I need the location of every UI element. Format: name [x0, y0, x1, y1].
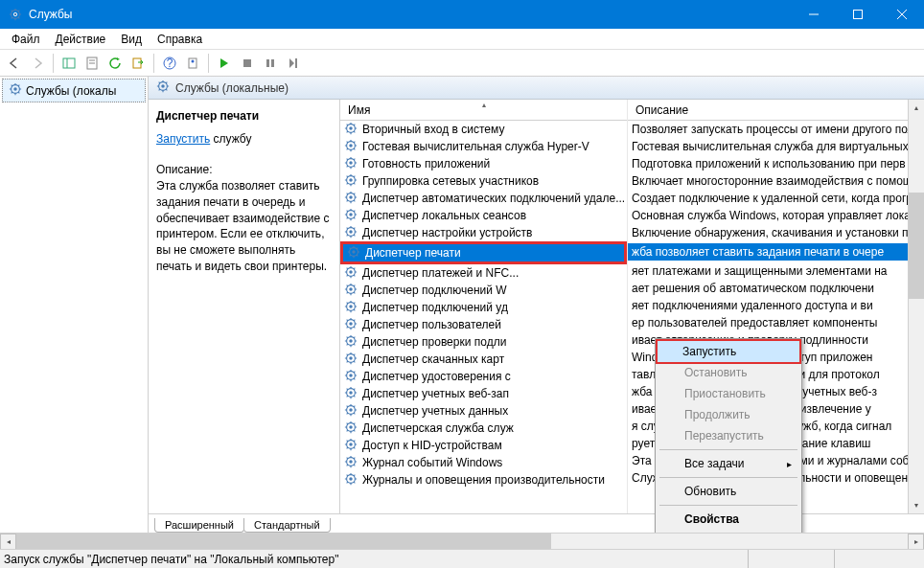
service-desc-row[interactable]: Позволяет запускать процессы от имени др… — [628, 121, 908, 138]
properties-button[interactable] — [81, 53, 103, 74]
gear-icon — [344, 438, 359, 453]
service-name: Диспетчер пользователей — [362, 318, 501, 331]
menu-view[interactable]: Вид — [113, 31, 150, 48]
service-name: Диспетчер подключений уд — [362, 301, 508, 314]
service-name: Диспетчер учетных веб-зап — [362, 387, 509, 400]
context-all-tasks[interactable]: Все задачи ▸ — [658, 453, 799, 474]
vertical-scrollbar[interactable]: ▴ ▾ — [908, 100, 924, 513]
tree-root-services[interactable]: Службы (локалы — [2, 79, 146, 102]
maximize-button[interactable] — [836, 0, 880, 29]
service-desc-row[interactable]: Подготовка приложений к использованию пр… — [628, 155, 908, 172]
tips-button[interactable] — [182, 53, 203, 74]
name-column-header[interactable]: Имя ▴ — [340, 100, 627, 121]
service-description: яет подключениями удаленного доступа и в… — [632, 299, 873, 312]
service-row[interactable]: Диспетчер проверки подли — [340, 333, 627, 351]
forward-button[interactable] — [27, 53, 48, 74]
context-separator — [659, 449, 797, 450]
service-description: ает решения об автоматическом подключени — [632, 282, 874, 295]
context-properties[interactable]: Свойства — [658, 509, 799, 530]
help-button[interactable]: ? — [159, 53, 180, 74]
service-desc-row[interactable]: ает решения об автоматическом подключени — [628, 280, 908, 297]
service-row[interactable]: Диспетчер настройки устройств — [340, 224, 627, 241]
menu-help[interactable]: Справка — [150, 31, 210, 48]
menu-file[interactable]: Файл — [4, 31, 48, 48]
service-row[interactable]: Диспетчер печати — [343, 244, 624, 261]
minimize-button[interactable] — [792, 0, 836, 29]
menubar: Файл Действие Вид Справка — [0, 29, 924, 50]
restart-service-button[interactable] — [283, 53, 304, 74]
service-name: Готовность приложений — [362, 157, 490, 170]
scroll-thumb[interactable] — [909, 193, 924, 299]
service-row[interactable]: Диспетчер подключений W — [340, 282, 627, 299]
service-name: Диспетчер локальных сеансов — [362, 209, 526, 222]
service-name: Журнал событий Windows — [362, 456, 502, 469]
service-desc-row[interactable]: Включение обнаружения, скачивания и уста… — [628, 224, 908, 241]
service-row[interactable]: Диспетчер подключений уд — [340, 299, 627, 316]
service-row[interactable]: Журнал событий Windows — [340, 454, 627, 471]
start-service-link[interactable]: Запустить — [156, 132, 210, 146]
service-desc-row[interactable]: жба позволяет ставить задания печати в о… — [628, 243, 908, 261]
service-desc-row[interactable]: Создает подключение к удаленной сети, ко… — [628, 190, 908, 207]
description-column-header[interactable]: Описание — [628, 100, 908, 121]
stop-service-button[interactable] — [237, 53, 258, 74]
start-service-button[interactable] — [214, 53, 235, 74]
service-row[interactable]: Гостевая вычислительная служба Hyper-V — [340, 138, 627, 155]
service-row[interactable]: Диспетчерская служба служ — [340, 420, 627, 437]
gear-icon — [344, 225, 359, 240]
gear-icon — [156, 80, 170, 96]
service-row[interactable]: Диспетчер платежей и NFC... — [340, 264, 627, 282]
name-header-label: Имя — [348, 103, 370, 117]
tab-extended[interactable]: Расширенный — [154, 518, 244, 533]
service-row[interactable]: Диспетчер удостоверения с — [340, 368, 627, 385]
service-row[interactable]: Диспетчер пользователей — [340, 316, 627, 333]
context-stop: Остановить — [658, 362, 799, 383]
pause-service-button[interactable] — [260, 53, 281, 74]
service-desc-row[interactable]: яет платежами и защищенными элементами н… — [628, 262, 908, 280]
scroll-track[interactable] — [909, 116, 924, 497]
titlebar: Службы — [0, 0, 924, 29]
refresh-button[interactable] — [104, 53, 126, 74]
description-text: Эта служба позволяет ставить задания печ… — [156, 178, 332, 275]
service-row[interactable]: Диспетчер учетных веб-зап — [340, 385, 627, 402]
service-desc-row[interactable]: Включает многосторонние взаимодействия с… — [628, 172, 908, 190]
sort-ascending-icon: ▴ — [482, 101, 486, 109]
scroll-down-icon[interactable]: ▾ — [909, 497, 924, 513]
gear-icon — [344, 139, 359, 154]
detail-pane: Диспетчер печати Запустить службу Описан… — [149, 100, 340, 513]
show-hide-button[interactable] — [58, 53, 80, 74]
service-desc-row[interactable]: Гостевая вычислительная служба для вирту… — [628, 138, 908, 155]
horizontal-scrollbar[interactable]: ◂ ▸ — [0, 533, 924, 549]
service-row[interactable]: Вторичный вход в систему — [340, 121, 627, 138]
service-name: Вторичный вход в систему — [362, 123, 504, 136]
service-description: Создает подключение к удаленной сети, ко… — [632, 192, 908, 205]
service-row[interactable]: Журналы и оповещения производительности — [340, 471, 627, 488]
service-row[interactable]: Доступ к HID-устройствам — [340, 437, 627, 454]
scroll-up-icon[interactable]: ▴ — [909, 100, 924, 116]
service-description: Включение обнаружения, скачивания и уста… — [632, 226, 908, 239]
back-button[interactable] — [4, 53, 25, 74]
service-row[interactable]: Диспетчер скачанных карт — [340, 351, 627, 368]
context-refresh[interactable]: Обновить — [658, 481, 799, 502]
service-desc-row[interactable]: Основная служба Windows, которая управля… — [628, 207, 908, 224]
service-row[interactable]: Диспетчер локальных сеансов — [340, 207, 627, 224]
svg-rect-11 — [133, 58, 141, 68]
scroll-track[interactable] — [16, 534, 908, 549]
service-row[interactable]: Диспетчер учетных данных — [340, 402, 627, 420]
menu-action[interactable]: Действие — [48, 31, 114, 48]
gear-icon — [344, 173, 359, 189]
scroll-right-icon[interactable]: ▸ — [908, 534, 924, 550]
context-start[interactable]: Запустить — [656, 339, 801, 364]
close-button[interactable] — [880, 0, 924, 29]
service-desc-row[interactable]: ер пользователей предоставляет компонент… — [628, 314, 908, 331]
service-name: Доступ к HID-устройствам — [362, 439, 502, 452]
gear-icon — [344, 283, 359, 298]
tab-standard[interactable]: Стандартный — [243, 518, 331, 533]
service-row[interactable]: Диспетчер автоматических подключений уда… — [340, 190, 627, 207]
service-row[interactable]: Готовность приложений — [340, 155, 627, 172]
service-row[interactable]: Группировка сетевых участников — [340, 172, 627, 190]
service-desc-row[interactable]: яет подключениями удаленного доступа и в… — [628, 297, 908, 314]
export-button[interactable] — [127, 53, 149, 74]
service-name: Диспетчер подключений W — [362, 284, 507, 297]
scroll-left-icon[interactable]: ◂ — [0, 534, 16, 550]
scroll-thumb[interactable] — [16, 534, 551, 549]
